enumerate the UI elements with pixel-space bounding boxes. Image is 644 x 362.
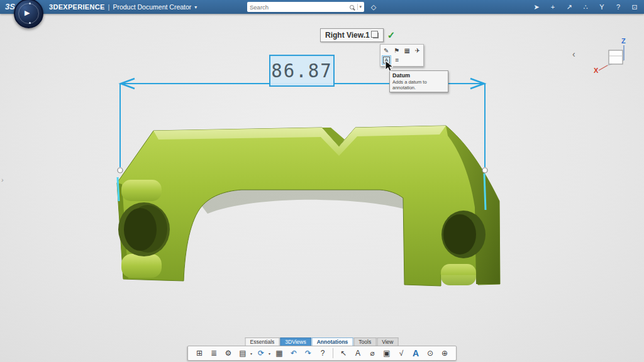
action-bar-tabs: Essentials 3DViews Annotations Tools Vie… [245,337,399,346]
help-icon[interactable]: ? [614,3,623,11]
update-icon[interactable]: ⟳ [255,348,267,359]
tab-view[interactable]: View [377,337,398,346]
import-icon[interactable]: ≣ [208,348,219,359]
compass-south-dot[interactable] [29,22,31,24]
toolbar-help-icon[interactable]: ? [317,348,328,359]
tab-annotations[interactable]: Annotations [312,337,353,346]
z-axis-label: Z [621,37,626,45]
tooltip-title: Datum [392,72,445,79]
tag-icon[interactable]: ◇ [369,2,379,12]
view-label-chip[interactable]: Right View.1 [320,28,384,42]
search-options-caret-icon[interactable]: ▾ [359,4,362,9]
app-title-area: 3DEXPERIENCE | Product Document Creator … [49,0,197,14]
robot-compass[interactable]: ▶ [14,0,43,28]
tab-tools[interactable]: Tools [353,337,376,346]
search-bar[interactable]: ▾ [247,2,364,12]
restore-window-icon[interactable]: ⊡ [630,3,639,11]
axis-triad[interactable]: Z X [592,35,639,75]
annotation-text-icon[interactable]: A [410,348,421,359]
topbar-action-icons: ➤ + ↗ ∴ Y ? ⊡ [532,0,639,14]
toolbar-separator [333,348,333,358]
title-divider: | [108,3,110,11]
app-name[interactable]: Product Document Creator [113,3,191,11]
compass-play-icon[interactable]: ▶ [25,9,30,17]
dart-leader-icon[interactable]: ✈ [413,46,423,55]
left-panel-handle-icon[interactable]: › [1,176,4,184]
dimension-tool-icon[interactable]: ⌀ [367,348,378,359]
dimension-value-box[interactable]: 86.87 [269,55,335,87]
select-arrow-icon[interactable]: ↖ [338,348,349,359]
settings-gear-icon[interactable]: ⚙ [223,348,234,359]
search-icon[interactable] [350,5,354,9]
collapse-triad-chevron-icon[interactable]: ‹ [572,49,575,59]
swym-community-icon[interactable]: Y [597,3,606,11]
send-icon[interactable]: ➤ [532,3,541,11]
grid-icon[interactable]: ▦ [402,46,412,55]
confirm-check-icon[interactable]: ✓ [387,30,396,41]
x-axis-label: X [594,67,599,74]
search-input[interactable] [250,4,348,11]
share-network-icon[interactable]: ∴ [581,3,590,11]
text-tool-icon[interactable]: A [352,348,364,359]
datum-tool-icon[interactable]: ▣ [381,348,392,359]
save-caret-icon[interactable]: ▾ [250,351,252,356]
duplicate-view-icon[interactable] [373,33,379,38]
undo-icon[interactable]: ↶ [288,348,299,359]
action-toolbar: ⊞ ≣ ⚙ ▤ ▾ ⟳ ▾ ▦ ↶ ↷ ? ↖ A ⌀ ▣ √ A ⊙ ⊕ [187,346,457,361]
new-sheet-icon[interactable]: ⊞ [194,348,205,359]
save-icon[interactable]: ▤ [237,348,248,359]
add-icon[interactable]: + [548,3,557,11]
view-cube[interactable] [609,50,623,64]
sheet-table-icon[interactable]: ▦ [274,348,285,359]
flag-note-icon[interactable]: ⚑ [392,46,402,55]
compass-north-dot[interactable] [29,3,31,4]
view-name: Right View.1 [325,31,370,40]
tab-3dviews[interactable]: 3DViews [280,337,311,346]
balloon-icon[interactable]: ⊙ [425,348,436,359]
dimension-value[interactable]: 86.87 [271,60,332,82]
mouse-cursor [385,60,395,73]
zoom-icon[interactable]: ⊕ [439,348,450,359]
update-caret-icon[interactable]: ▾ [269,351,270,356]
app-switcher-caret-icon[interactable]: ▾ [194,4,197,10]
tooltip-description: Adds a datum to annotation. [392,79,445,90]
share-icon[interactable]: ↗ [565,3,574,11]
search-divider [357,4,358,10]
brand-name: 3DEXPERIENCE [49,3,105,11]
mini-toolbar-row-1: ✎ ⚑ ▦ ✈ [382,46,422,55]
edit-dimension-icon[interactable]: ✎ [382,46,391,55]
roughness-icon[interactable]: √ [396,348,407,359]
redo-icon[interactable]: ↷ [303,348,314,359]
tooltip: Datum Adds a datum to annotation. [389,70,448,92]
view-label-row: Right View.1 ✓ [320,28,395,42]
application-window: 3S 3DEXPERIENCE | Product Document Creat… [0,0,644,362]
tab-essentials[interactable]: Essentials [245,337,280,346]
top-app-bar: 3S 3DEXPERIENCE | Product Document Creat… [0,0,644,14]
